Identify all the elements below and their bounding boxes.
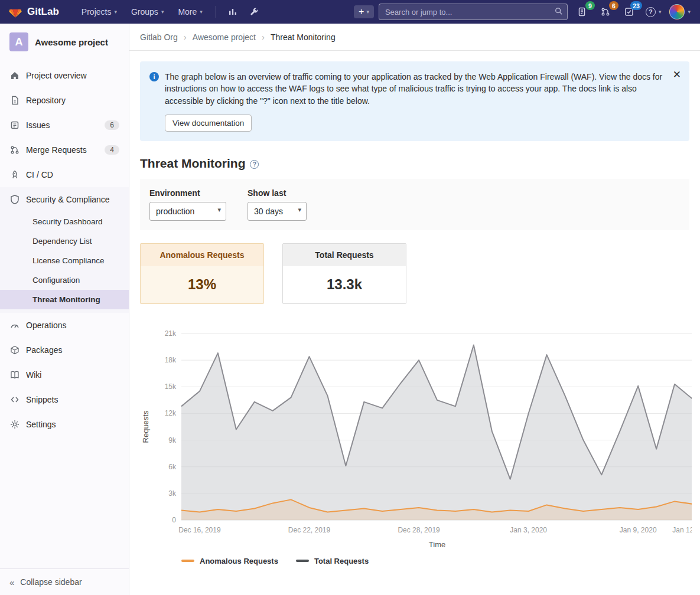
svg-text:6k: 6k xyxy=(168,463,177,471)
merge-requests-count-badge: 4 xyxy=(105,145,119,155)
help-menu[interactable]: ? ▾ xyxy=(643,0,664,24)
environment-label: Environment xyxy=(149,188,226,198)
issues-counter-button[interactable]: 9 xyxy=(572,2,591,21)
sidebar-item-project-overview[interactable]: Project overview xyxy=(0,63,129,88)
wrench-icon[interactable] xyxy=(245,2,263,21)
new-menu-button[interactable]: + ▾ xyxy=(354,5,374,18)
chevron-down-icon: ▾ xyxy=(659,9,662,15)
home-icon xyxy=(9,70,20,81)
chevron-right-icon: › xyxy=(184,32,187,42)
sidebar-item-snippets[interactable]: Snippets xyxy=(0,387,129,412)
breadcrumb-group[interactable]: Gitlab Org xyxy=(140,32,178,42)
svg-text:Dec 28, 2019: Dec 28, 2019 xyxy=(398,526,440,534)
shield-icon xyxy=(9,194,20,205)
sidebar-subitem-threat-monitoring[interactable]: Threat Monitoring xyxy=(0,290,129,309)
sidebar-item-issues[interactable]: Issues 6 xyxy=(0,113,129,138)
collapse-icon: « xyxy=(9,578,14,587)
legend-item-total[interactable]: Total Requests xyxy=(296,557,369,565)
sidebar-subitem-license-compliance[interactable]: License Compliance xyxy=(0,251,129,270)
merge-requests-counter-button[interactable]: 6 xyxy=(596,2,615,21)
merge-request-icon xyxy=(601,7,610,17)
svg-text:Dec 16, 2019: Dec 16, 2019 xyxy=(178,526,221,534)
svg-text:Jan 12, 2020: Jan 12, 2020 xyxy=(672,526,692,534)
nav-menu-more[interactable]: More ▾ xyxy=(172,0,208,24)
sidebar-item-settings[interactable]: Settings xyxy=(0,412,129,437)
collapse-label: Collapse sidebar xyxy=(20,577,82,587)
sidebar-item-security-compliance[interactable]: Security & Compliance xyxy=(0,187,129,212)
project-name: Awesome project xyxy=(35,37,108,47)
stat-card-total-requests[interactable]: Total Requests 13.3k xyxy=(282,243,406,304)
show-last-select[interactable]: 30 days xyxy=(248,202,307,221)
sidebar-item-merge-requests[interactable]: Merge Requests 4 xyxy=(0,138,129,162)
top-navbar: GitLab Projects ▾ Groups ▾ More ▾ + ▾ 9 xyxy=(0,0,700,24)
environment-select[interactable]: production xyxy=(149,202,226,221)
collapse-sidebar-button[interactable]: « Collapse sidebar xyxy=(0,568,129,595)
threat-monitoring-chart: 03k6k9k12k15k18k21kDec 16, 2019Dec 22, 2… xyxy=(140,322,692,580)
sidebar-item-repository[interactable]: Repository xyxy=(0,88,129,113)
chevron-down-icon: ▾ xyxy=(161,9,164,15)
legend-swatch-total xyxy=(296,560,309,562)
sidebar-item-operations[interactable]: Operations xyxy=(0,313,129,338)
svg-text:18k: 18k xyxy=(165,356,177,364)
breadcrumb-project[interactable]: Awesome project xyxy=(193,32,256,42)
svg-text:Time: Time xyxy=(429,540,445,549)
sidebar-item-label: Merge Requests xyxy=(26,145,87,155)
view-documentation-button[interactable]: View documentation xyxy=(165,115,252,132)
issues-count-badge: 6 xyxy=(105,120,119,130)
sidebar-nav: Project overview Repository Issues 6 Mer… xyxy=(0,60,129,568)
project-context-header[interactable]: A Awesome project xyxy=(0,24,129,60)
project-sidebar: A Awesome project Project overview Repos… xyxy=(0,24,129,595)
chevron-down-icon: ▾ xyxy=(688,9,691,15)
sidebar-item-label: Packages xyxy=(26,345,62,355)
svg-text:Jan 9, 2020: Jan 9, 2020 xyxy=(620,526,657,534)
rocket-icon xyxy=(9,169,20,180)
gear-icon xyxy=(9,419,20,430)
sidebar-subitem-configuration[interactable]: Configuration xyxy=(0,270,129,290)
search-input[interactable] xyxy=(379,4,568,20)
chevron-down-icon: ▾ xyxy=(114,9,117,15)
legend-item-anomalous[interactable]: Anomalous Requests xyxy=(181,557,278,565)
brand-text: GitLab xyxy=(27,6,59,18)
svg-text:Dec 22, 2019: Dec 22, 2019 xyxy=(288,526,331,534)
nav-menu-projects[interactable]: Projects ▾ xyxy=(76,0,123,24)
main-content: Gitlab Org › Awesome project › Threat Mo… xyxy=(129,24,700,580)
gitlab-logo-icon xyxy=(8,4,22,20)
close-icon[interactable]: ✕ xyxy=(673,70,681,80)
breadcrumb-current: Threat Monitoring xyxy=(271,32,336,42)
stat-value: 13.3k xyxy=(283,266,406,303)
waf-info-alert: i The graph below is an overview of traf… xyxy=(140,61,689,141)
summary-stats: Anomalous Requests 13% Total Requests 13… xyxy=(140,243,689,304)
sidebar-item-label: Security & Compliance xyxy=(26,195,110,204)
stat-label: Anomalous Requests xyxy=(141,244,263,266)
sidebar-item-label: Wiki xyxy=(26,370,41,380)
stat-card-anomalous-requests[interactable]: Anomalous Requests 13% xyxy=(140,243,264,304)
sidebar-subitem-security-dashboard[interactable]: Security Dashboard xyxy=(0,212,129,231)
sidebar-item-label: Issues xyxy=(26,120,50,130)
page-title: Threat Monitoring xyxy=(140,156,245,171)
todos-counter-button[interactable]: 23 xyxy=(620,2,639,21)
global-search xyxy=(379,4,568,20)
chevron-down-icon: ▾ xyxy=(366,9,369,15)
merge-request-icon xyxy=(9,145,20,155)
analytics-icon[interactable] xyxy=(223,2,242,21)
sidebar-item-wiki[interactable]: Wiki xyxy=(0,362,129,387)
show-last-filter: Show last 30 days xyxy=(248,188,307,221)
nav-menu-label: Groups xyxy=(131,7,158,17)
nav-menu-groups[interactable]: Groups ▾ xyxy=(125,0,170,24)
gauge-icon xyxy=(9,320,20,331)
book-icon xyxy=(9,370,20,380)
chevron-right-icon: › xyxy=(262,32,265,42)
sidebar-item-packages[interactable]: Packages xyxy=(0,338,129,362)
gitlab-home-link[interactable]: GitLab xyxy=(8,4,59,20)
project-avatar: A xyxy=(9,32,28,51)
nav-divider xyxy=(216,6,216,18)
user-menu[interactable]: ▾ xyxy=(668,0,692,24)
help-icon[interactable]: ? xyxy=(250,160,259,169)
stat-value: 13% xyxy=(141,266,263,303)
sidebar-item-ci-cd[interactable]: CI / CD xyxy=(0,162,129,187)
chevron-down-icon: ▾ xyxy=(200,9,203,15)
legend-swatch-anomalous xyxy=(181,560,194,562)
sidebar-subitem-dependency-list[interactable]: Dependency List xyxy=(0,231,129,251)
svg-text:9k: 9k xyxy=(168,436,177,444)
sidebar-item-label: Project overview xyxy=(26,71,87,80)
